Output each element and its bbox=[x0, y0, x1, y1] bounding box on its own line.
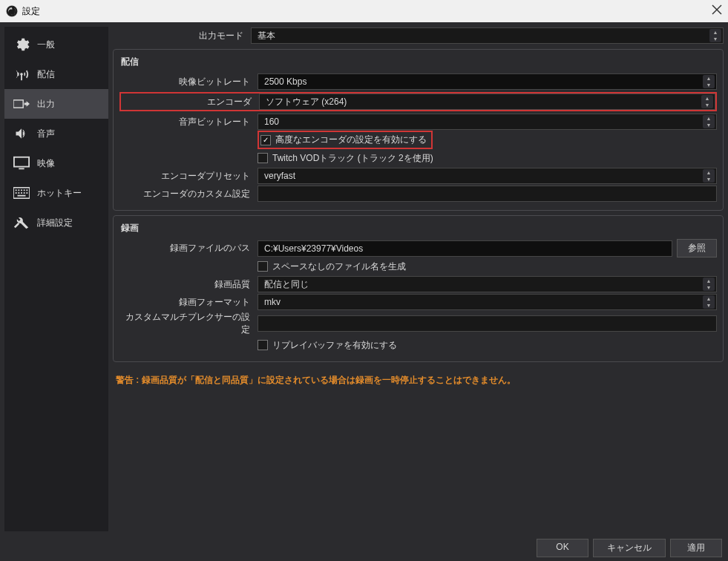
svg-rect-5 bbox=[14, 157, 29, 167]
svg-rect-13 bbox=[16, 192, 17, 194]
chevron-up-icon: ▲ bbox=[703, 75, 715, 82]
rec-format-label: 録画フォーマット bbox=[119, 296, 258, 309]
encoder-preset-label: エンコーダプリセット bbox=[119, 170, 258, 183]
svg-rect-10 bbox=[21, 189, 22, 191]
svg-rect-6 bbox=[19, 168, 24, 169]
chevron-up-icon: ▲ bbox=[703, 115, 715, 122]
broadcast-icon bbox=[13, 67, 30, 82]
twitch-vod-checkbox[interactable]: Twitch VODトラック (トラック 2を使用) bbox=[258, 152, 433, 165]
sidebar-item-advanced[interactable]: 詳細設定 bbox=[4, 208, 108, 237]
svg-rect-14 bbox=[18, 192, 19, 194]
chevron-down-icon: ▼ bbox=[703, 176, 715, 183]
muxer-label: カスタムマルチプレクサーの設定 bbox=[119, 311, 258, 336]
chevron-down-icon: ▼ bbox=[703, 122, 715, 128]
close-icon[interactable] bbox=[712, 4, 722, 17]
rec-path-label: 録画ファイルのパス bbox=[119, 242, 258, 255]
svg-rect-18 bbox=[18, 195, 26, 197]
encoder-select[interactable]: ソフトウェア (x264) ▲▼ bbox=[259, 94, 715, 110]
chevron-up-icon: ▲ bbox=[703, 295, 715, 302]
warning-text: 警告 : 録画品質が「配信と同品質」に設定されている場合は録画を一時停止すること… bbox=[113, 367, 724, 394]
encoder-label: エンコーダ bbox=[121, 96, 259, 108]
sidebar-item-label: 一般 bbox=[37, 39, 55, 51]
rec-quality-select[interactable]: 配信と同じ ▲▼ bbox=[258, 276, 717, 292]
output-mode-label: 出力モード bbox=[113, 30, 251, 42]
gear-icon bbox=[13, 37, 30, 52]
svg-rect-12 bbox=[26, 189, 27, 191]
replay-buffer-checkbox[interactable]: リプレイバッファを有効にする bbox=[258, 339, 397, 352]
sidebar: 一般 配信 出力 音声 映像 ホットキー 詳細設定 bbox=[4, 27, 108, 531]
svg-rect-9 bbox=[18, 189, 19, 191]
recording-section: 録画 録画ファイルのパス C:¥Users¥23977¥Videos 参照 スペ… bbox=[113, 215, 724, 362]
sidebar-item-label: 詳細設定 bbox=[37, 217, 73, 229]
rec-path-input[interactable]: C:¥Users¥23977¥Videos bbox=[258, 240, 672, 257]
sidebar-item-video[interactable]: 映像 bbox=[4, 148, 108, 178]
tools-icon bbox=[13, 215, 30, 230]
sidebar-item-label: 音声 bbox=[37, 128, 55, 140]
svg-rect-8 bbox=[16, 189, 17, 191]
chevron-up-icon: ▲ bbox=[703, 278, 715, 284]
svg-rect-17 bbox=[26, 192, 27, 194]
svg-rect-16 bbox=[24, 192, 25, 194]
svg-rect-15 bbox=[21, 192, 22, 194]
speaker-icon bbox=[13, 126, 30, 141]
chevron-down-icon: ▼ bbox=[703, 82, 715, 88]
sidebar-item-audio[interactable]: 音声 bbox=[4, 119, 108, 148]
encoder-preset-select[interactable]: veryfast ▲▼ bbox=[258, 168, 717, 184]
recording-section-title: 録画 bbox=[119, 220, 717, 239]
checkbox-icon bbox=[258, 261, 268, 272]
audio-bitrate-select[interactable]: 160 ▲▼ bbox=[258, 114, 717, 130]
chevron-up-icon: ▲ bbox=[701, 95, 713, 102]
chevron-down-icon: ▼ bbox=[709, 36, 721, 42]
keyboard-icon bbox=[13, 186, 30, 200]
sidebar-item-label: 出力 bbox=[37, 98, 55, 111]
chevron-up-icon: ▲ bbox=[709, 29, 721, 36]
checkbox-icon bbox=[258, 340, 268, 350]
chevron-down-icon: ▼ bbox=[703, 302, 715, 309]
chevron-up-icon: ▲ bbox=[703, 169, 715, 176]
encoder-custom-input[interactable] bbox=[258, 186, 717, 202]
muxer-input[interactable] bbox=[258, 315, 717, 332]
sidebar-item-output[interactable]: 出力 bbox=[4, 89, 108, 119]
svg-rect-4 bbox=[13, 100, 23, 108]
rec-quality-label: 録画品質 bbox=[119, 278, 258, 291]
output-mode-select[interactable]: 基本 ▲▼ bbox=[251, 27, 724, 44]
encoder-custom-label: エンコーダのカスタム設定 bbox=[119, 188, 258, 200]
nospace-checkbox[interactable]: スペースなしのファイル名を生成 bbox=[258, 260, 406, 273]
monitor-icon bbox=[13, 156, 30, 171]
video-bitrate-input[interactable]: 2500 Kbps ▲▼ bbox=[258, 73, 717, 90]
obs-logo-icon bbox=[6, 5, 18, 17]
sidebar-item-label: 配信 bbox=[37, 68, 55, 81]
button-bar: OK キャンセル 適用 bbox=[0, 536, 728, 561]
titlebar: 設定 bbox=[0, 0, 728, 22]
chevron-down-icon: ▼ bbox=[703, 284, 715, 291]
checkbox-icon bbox=[260, 135, 271, 145]
sidebar-item-stream[interactable]: 配信 bbox=[4, 59, 108, 89]
content-panel: 出力モード 基本 ▲▼ 配信 映像ビットレート 2500 Kbps ▲▼ bbox=[113, 27, 724, 531]
window-title: 設定 bbox=[22, 5, 40, 18]
sidebar-item-hotkeys[interactable]: ホットキー bbox=[4, 178, 108, 208]
svg-rect-11 bbox=[24, 189, 25, 191]
apply-button[interactable]: 適用 bbox=[670, 539, 722, 557]
adv-encoder-checkbox[interactable]: 高度なエンコーダの設定を有効にする bbox=[258, 131, 433, 149]
chevron-down-icon: ▼ bbox=[701, 102, 713, 108]
browse-button[interactable]: 参照 bbox=[677, 239, 717, 257]
video-bitrate-label: 映像ビットレート bbox=[119, 76, 258, 88]
output-icon bbox=[13, 96, 30, 111]
ok-button[interactable]: OK bbox=[537, 539, 588, 557]
cancel-button[interactable]: キャンセル bbox=[593, 539, 666, 557]
checkbox-icon bbox=[258, 153, 268, 163]
streaming-section: 配信 映像ビットレート 2500 Kbps ▲▼ エンコーダ ソフトウェア (x… bbox=[113, 49, 724, 211]
sidebar-item-label: 映像 bbox=[37, 157, 55, 170]
audio-bitrate-label: 音声ビットレート bbox=[119, 116, 258, 128]
sidebar-item-label: ホットキー bbox=[37, 187, 82, 200]
sidebar-item-general[interactable]: 一般 bbox=[4, 30, 108, 59]
streaming-section-title: 配信 bbox=[119, 54, 717, 73]
rec-format-select[interactable]: mkv ▲▼ bbox=[258, 294, 717, 310]
